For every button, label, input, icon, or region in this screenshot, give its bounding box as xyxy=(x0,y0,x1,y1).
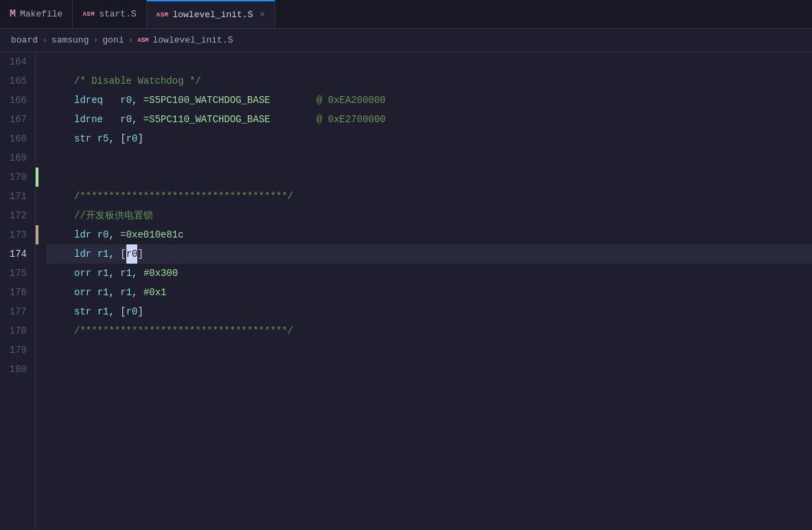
line-num-166: 166 xyxy=(0,91,27,110)
app-container: M Makefile ASM start.S ASM lowlevel_init… xyxy=(0,0,812,530)
at-167: @ 0xE2700000 xyxy=(316,110,386,129)
line-num-172: 172 xyxy=(0,206,27,225)
line-num-176: 176 xyxy=(0,283,27,302)
instr-177: str xyxy=(74,302,91,321)
instr-176: orr xyxy=(74,283,91,302)
comment-171: /************************************/ xyxy=(74,187,293,206)
breadcrumb-file[interactable]: lowlevel_init.S xyxy=(152,35,233,45)
code-line-166: ldreq r0 , =S5PC100_WATCHDOG_BASE @ 0xEA… xyxy=(47,91,812,110)
bracket-177: [ xyxy=(120,302,126,321)
const-175: #0x300 xyxy=(143,264,178,283)
tab-start-label: start.S xyxy=(99,9,137,19)
line-num-167: 167 xyxy=(0,110,27,129)
code-line-171: /************************************/ xyxy=(47,187,812,206)
const-173: =0xe010e81c xyxy=(120,225,183,244)
reg-177a: r1 xyxy=(97,302,109,321)
line-num-177: 177 xyxy=(0,302,27,321)
at-166: @ 0xEA200000 xyxy=(316,91,386,110)
code-line-180 xyxy=(47,360,812,379)
code-line-168: str r5 , [ r0 ] xyxy=(47,129,812,148)
code-line-170 xyxy=(47,168,812,187)
instr-173: ldr xyxy=(74,225,91,244)
line-num-168: 168 xyxy=(0,129,27,148)
comment-172: //开发板供电置锁 xyxy=(74,206,153,225)
tab-makefile-label: Makefile xyxy=(20,9,62,19)
breadcrumb-sep-2: › xyxy=(93,35,98,45)
reg-174: r1 xyxy=(97,244,109,264)
reg-168a: r5 xyxy=(97,129,109,148)
green-marker-170 xyxy=(36,168,38,187)
breadcrumb: board › samsung › goni › ASM lowlevel_in… xyxy=(0,29,812,52)
line-num-174: 174 xyxy=(0,244,27,264)
code-line-173: ldr r0 , =0xe010e81c xyxy=(47,225,812,244)
line-num-175: 175 xyxy=(0,264,27,283)
line-numbers: 164 165 166 167 168 169 170 171 172 173 … xyxy=(0,52,36,530)
code-line-179 xyxy=(47,341,812,360)
code-line-172: //开发板供电置锁 xyxy=(47,206,812,225)
reg-166: r0 xyxy=(120,91,132,110)
tab-lowlevel-label: lowlevel_init.S xyxy=(172,10,253,20)
tab-bar: M Makefile ASM start.S ASM lowlevel_init… xyxy=(0,0,812,29)
breadcrumb-board[interactable]: board xyxy=(11,35,38,45)
breadcrumb-sep-1: › xyxy=(42,35,47,45)
code-line-167: ldrne r0 , =S5PC110_WATCHDOG_BASE @ 0xE2… xyxy=(47,110,812,129)
instr-166: ldreq xyxy=(74,91,103,110)
reg-177b: r0 xyxy=(126,302,138,321)
reg-167: r0 xyxy=(120,110,132,129)
line-num-165: 165 xyxy=(0,71,27,91)
const-166: =S5PC100_WATCHDOG_BASE xyxy=(143,91,270,110)
yellow-marker-173 xyxy=(36,225,38,244)
breadcrumb-goni[interactable]: goni xyxy=(102,35,124,45)
reg-175b: r1 xyxy=(120,264,132,283)
reg-173: r0 xyxy=(97,225,109,244)
reg-176a: r1 xyxy=(97,283,109,302)
tab-makefile[interactable]: M Makefile xyxy=(0,0,73,28)
line-num-169: 169 xyxy=(0,148,27,168)
line-num-170: 170 xyxy=(0,168,27,187)
code-line-164 xyxy=(47,52,812,71)
code-line-177: str r1 , [ r0 ] xyxy=(47,302,812,321)
code-line-178: /************************************/ xyxy=(47,321,812,341)
bracket-174-close: ] xyxy=(137,244,143,264)
start-asm-badge: ASM xyxy=(82,11,95,18)
makefile-badge: M xyxy=(10,8,16,20)
code-line-169 xyxy=(47,148,812,168)
bracket-174-open: [ xyxy=(120,244,126,264)
instr-168: str xyxy=(74,129,91,148)
instr-167: ldrne xyxy=(74,110,103,129)
line-num-173: 173 xyxy=(0,225,27,244)
const-167: =S5PC110_WATCHDOG_BASE xyxy=(143,110,270,129)
tab-lowlevel[interactable]: ASM lowlevel_init.S × xyxy=(147,0,276,28)
breadcrumb-asm-badge: ASM xyxy=(137,37,148,44)
code-line-165: /* Disable Watchdog */ xyxy=(47,71,812,91)
comment-165: /* Disable Watchdog */ xyxy=(74,71,201,91)
code-line-176: orr r1 , r1 , #0x1 xyxy=(47,283,812,302)
line-num-171: 171 xyxy=(0,187,27,206)
line-num-180: 180 xyxy=(0,360,27,379)
gutter xyxy=(36,52,41,530)
instr-175: orr xyxy=(74,264,91,283)
tab-close-button[interactable]: × xyxy=(259,10,265,20)
comment-178: /************************************/ xyxy=(74,321,293,341)
bracket-168: [ xyxy=(120,129,126,148)
const-176: #0x1 xyxy=(143,283,167,302)
breadcrumb-samsung[interactable]: samsung xyxy=(51,35,89,45)
code-line-174: ldr r1 , [r0] xyxy=(47,244,812,264)
code-line-175: orr r1 , r1 , #0x300 xyxy=(47,264,812,283)
editor[interactable]: 164 165 166 167 168 169 170 171 172 173 … xyxy=(0,52,812,530)
line-num-179: 179 xyxy=(0,341,27,360)
instr-174: ldr xyxy=(74,244,91,264)
breadcrumb-sep-3: › xyxy=(128,35,133,45)
line-num-178: 178 xyxy=(0,321,27,341)
line-num-164: 164 xyxy=(0,52,27,71)
reg-168b: r0 xyxy=(126,129,138,148)
reg-176b: r1 xyxy=(120,283,132,302)
tab-start[interactable]: ASM start.S xyxy=(73,0,146,28)
code-area[interactable]: /* Disable Watchdog */ ldreq r0 , =S5PC1… xyxy=(41,52,812,530)
reg-175a: r1 xyxy=(97,264,109,283)
lowlevel-asm-badge: ASM xyxy=(156,12,169,19)
cursor-174: r0 xyxy=(126,244,138,264)
